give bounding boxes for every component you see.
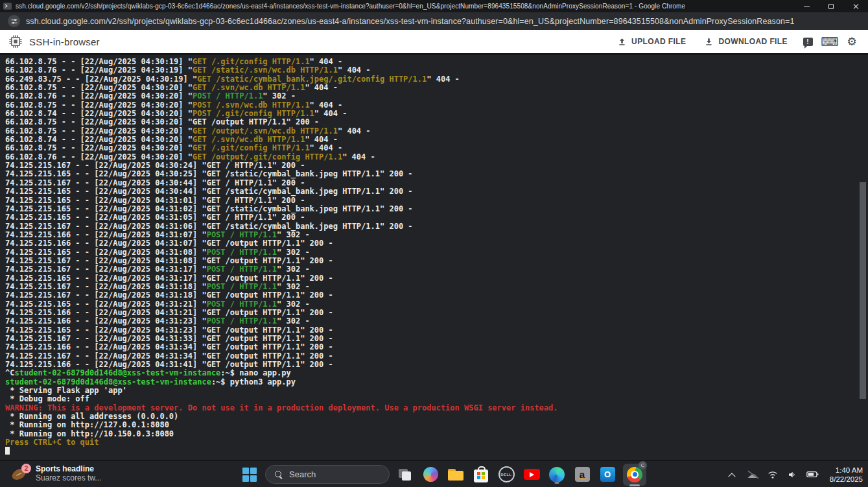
terminal-line: 74.125.215.165 - - [22/Aug/2025 04:31:05…	[5, 213, 868, 222]
onedrive-button[interactable]	[745, 465, 760, 484]
terminal-line: * Running on http://10.150.0.3:8080	[5, 430, 868, 438]
terminal-line: 74.125.215.167 - - [22/Aug/2025 04:31:18…	[5, 283, 868, 291]
address-bar[interactable]: ssh.cloud.google.com/v2/ssh/projects/qwi…	[0, 12, 868, 30]
chrome-button[interactable]: C	[623, 464, 646, 486]
download-icon	[704, 37, 714, 47]
terminal-line: 74.125.215.166 - - [22/Aug/2025 04:31:21…	[5, 309, 868, 317]
news-widget[interactable]: 2 Sports headline Suarez scores tw...	[12, 464, 101, 483]
keyboard-button[interactable]	[820, 32, 839, 51]
search-input[interactable]: Search	[265, 465, 390, 484]
start-icon	[242, 468, 257, 482]
terminal-line: 74.125.215.165 - - [22/Aug/2025 04:31:21…	[5, 300, 868, 309]
feedback-button[interactable]	[798, 32, 817, 51]
restore-icon	[828, 4, 834, 9]
clock[interactable]: 1:40 AM 8/22/2025	[830, 466, 863, 484]
chip-icon	[8, 34, 23, 49]
microsoft-store-icon	[474, 469, 488, 482]
football-icon: 2	[12, 464, 30, 483]
outlook-button[interactable]: O	[598, 465, 617, 484]
terminal-line: 74.125.215.167 - - [22/Aug/2025 04:31:06…	[5, 222, 868, 231]
terminal-line: 74.125.215.166 - - [22/Aug/2025 04:31:23…	[5, 317, 868, 326]
task-view-button[interactable]	[395, 465, 415, 484]
close-button[interactable]	[843, 0, 868, 12]
terminal-cursor	[5, 447, 10, 455]
outlook-icon: O	[600, 467, 615, 482]
terminal-scrollbar-thumb[interactable]	[860, 182, 866, 399]
amazon-button[interactable]: a	[572, 465, 592, 484]
search-icon	[275, 471, 283, 479]
terminal-line: 74.125.215.166 - - [22/Aug/2025 04:31:07…	[5, 231, 868, 239]
youtube-button[interactable]	[522, 465, 541, 484]
feedback-icon	[803, 38, 813, 46]
terminal-line: 74.125.215.166 - - [22/Aug/2025 04:31:41…	[5, 361, 868, 369]
terminal-line: 66.102.8.76 - - [22/Aug/2025 04:30:20] "…	[5, 153, 868, 161]
microsoft-store-button[interactable]	[471, 465, 491, 484]
terminal-line: 74.125.215.167 - - [22/Aug/2025 04:30:24…	[5, 161, 868, 170]
restore-button[interactable]	[819, 0, 843, 12]
battery-button[interactable]	[805, 465, 821, 484]
settings-button[interactable]	[842, 32, 862, 51]
terminal-line: 74.125.215.166 - - [22/Aug/2025 04:31:34…	[5, 343, 868, 351]
chrome-running-indicator	[629, 484, 640, 486]
terminal-line: 74.125.215.165 - - [22/Aug/2025 04:31:08…	[5, 248, 868, 257]
volume-icon	[787, 469, 797, 480]
terminal-line: 74.125.215.165 - - [22/Aug/2025 04:30:25…	[5, 170, 868, 178]
terminal-line: 66.102.8.75 - - [22/Aug/2025 04:30:20] "…	[5, 127, 868, 136]
file-explorer-button[interactable]	[446, 465, 465, 484]
search-placeholder: Search	[289, 469, 316, 479]
edge-button[interactable]	[547, 465, 567, 484]
volume-button[interactable]	[786, 465, 799, 484]
terminal-line: 74.125.215.165 - - [22/Aug/2025 04:31:02…	[5, 205, 868, 213]
gear-icon	[847, 36, 856, 47]
terminal-line: 66.102.8.75 - - [22/Aug/2025 04:30:20] "…	[5, 144, 868, 152]
terminal-favicon-icon	[3, 2, 12, 10]
tune-icon[interactable]	[8, 15, 20, 27]
window-titlebar: ssh.cloud.google.com/v2/ssh/projects/qwi…	[0, 0, 868, 12]
dell-icon: DELL	[499, 466, 515, 482]
network-button[interactable]	[766, 465, 779, 484]
onedrive-icon	[747, 469, 758, 480]
terminal-line: 74.125.215.165 - - [22/Aug/2025 04:31:17…	[5, 274, 868, 283]
notification-badge: 2	[21, 464, 31, 473]
terminal-line: 66.102.8.75 - - [22/Aug/2025 04:30:20] "…	[5, 84, 868, 92]
amazon-icon: a	[575, 467, 590, 482]
chrome-profile-badge: C	[639, 461, 647, 469]
terminal-line: 66.102.8.75 - - [22/Aug/2025 04:30:20] "…	[5, 101, 868, 110]
terminal-line	[5, 447, 868, 455]
upload-file-button[interactable]: UPLOAD FILE	[609, 32, 694, 51]
terminal-line: 66.102.8.76 - - [22/Aug/2025 04:30:19] "…	[5, 66, 868, 75]
youtube-icon	[524, 469, 540, 480]
edge-icon	[549, 467, 565, 482]
tray-expand-button[interactable]	[725, 465, 739, 484]
tray-time: 1:40 AM	[830, 466, 863, 475]
keyboard-icon	[821, 36, 838, 48]
terminal-line: 74.125.215.166 - - [22/Aug/2025 04:31:07…	[5, 239, 868, 248]
edge-running-indicator	[555, 482, 559, 484]
download-file-button[interactable]: DOWNLOAD FILE	[696, 32, 795, 51]
widget-headline: Sports headline	[36, 464, 101, 473]
terminal-line: 66.249.83.75 - - [22/Aug/2025 04:30:19] …	[5, 75, 868, 84]
terminal-line: * Serving Flask app 'app'	[5, 386, 868, 395]
task-view-icon	[399, 469, 412, 481]
widget-subtitle: Suarez scores tw...	[36, 473, 101, 482]
terminal-line: 74.125.215.167 - - [22/Aug/2025 04:31:18…	[5, 291, 868, 300]
terminal-line: 74.125.215.167 - - [22/Aug/2025 04:31:17…	[5, 265, 868, 274]
download-file-label: DOWNLOAD FILE	[718, 37, 788, 46]
minimize-button[interactable]	[794, 0, 819, 12]
close-icon	[852, 3, 859, 10]
copilot-icon	[423, 467, 438, 482]
tray-date: 8/22/2025	[830, 475, 863, 484]
terminal-output[interactable]: 66.102.8.75 - - [22/Aug/2025 04:30:19] "…	[0, 55, 868, 460]
wifi-icon	[768, 470, 778, 479]
start-button[interactable]	[240, 465, 259, 484]
dell-button[interactable]: DELL	[497, 465, 516, 484]
ssh-header: SSH-in-browser UPLOAD FILE DOWNLOAD FILE	[0, 30, 868, 55]
terminal-line: 74.125.215.167 - - [22/Aug/2025 04:31:33…	[5, 335, 868, 343]
copilot-button[interactable]	[421, 465, 440, 484]
terminal-line: WARNING: This is a development server. D…	[5, 404, 868, 412]
terminal-line: * Running on all addresses (0.0.0.0)	[5, 412, 868, 421]
terminal-line: 74.125.215.165 - - [22/Aug/2025 04:31:23…	[5, 326, 868, 335]
terminal-line: 74.125.215.167 - - [22/Aug/2025 04:31:08…	[5, 257, 868, 265]
battery-icon	[806, 470, 819, 479]
terminal-line: ^Cstudent-02-6879d0d146d8@xss-test-vm-in…	[5, 369, 868, 377]
